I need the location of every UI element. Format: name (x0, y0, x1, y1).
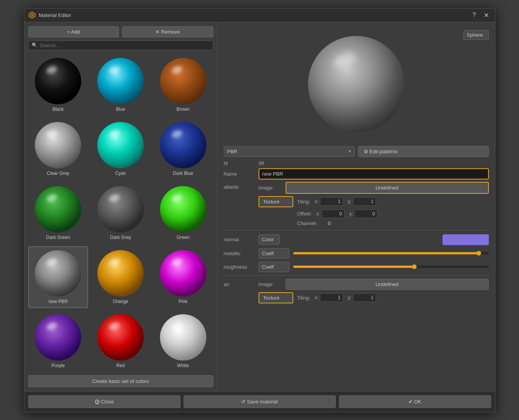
offset-x-input[interactable] (322, 210, 345, 218)
ao-texture-select[interactable]: Texture Color (259, 292, 293, 303)
main-content: + Add ✕ Remove 🔍 Black Blue Brown Clear … (24, 22, 495, 391)
ao-tiling-y-axis: y: (348, 295, 351, 300)
offset-x-axis: x: (317, 211, 320, 217)
tiling-y-input[interactable] (353, 197, 376, 206)
close-button[interactable]: ⏻ Close (28, 395, 180, 408)
material-label-cyan: Cyan (115, 171, 126, 176)
metallic-slider[interactable] (293, 250, 489, 256)
ao-tiling-y-pair: y: (348, 293, 376, 302)
material-item-darkgrey[interactable]: Dark Grey (90, 182, 151, 244)
material-label-black: Black (53, 107, 64, 112)
sphere-blue (97, 58, 144, 104)
material-label-darkgrey: Dark Grey (110, 235, 131, 240)
edit-patterns-button[interactable]: ⚙ Edit patterns (358, 146, 489, 157)
material-label-newpbr: new PBR (48, 299, 68, 304)
material-item-blue[interactable]: Blue (90, 54, 151, 116)
help-button[interactable]: ? (470, 11, 478, 20)
metallic-coeff-select[interactable]: Coeff Image (259, 248, 289, 259)
tiling-x-input[interactable] (320, 197, 343, 206)
left-panel: + Add ✕ Remove 🔍 Black Blue Brown Clear … (24, 22, 218, 391)
albedo-texture-select[interactable]: Texture Color None (259, 196, 293, 207)
material-item-red[interactable]: Red (90, 310, 151, 372)
toolbar: + Add ✕ Remove (28, 26, 213, 37)
name-input[interactable] (259, 168, 489, 180)
sphere-darkgrey (97, 186, 144, 232)
material-label-darkgreen: Dark Green (46, 235, 70, 240)
tiling-y-pair: y: (348, 197, 376, 206)
shape-selector[interactable]: Sphere Cube Cylinder (463, 30, 489, 40)
search-icon: 🔍 (32, 42, 37, 48)
search-input[interactable] (40, 42, 210, 48)
close-window-button[interactable]: ✕ (482, 11, 491, 20)
roughness-coeff-select[interactable]: Coeff Image (259, 262, 289, 272)
material-item-brown[interactable]: Brown (153, 54, 213, 116)
albedo-image-button[interactable]: Undefined (286, 182, 489, 194)
material-item-cleargrey[interactable]: Clear Grey (28, 118, 88, 180)
material-item-cyan[interactable]: Cyan (90, 118, 151, 180)
channel-label: Channel: (297, 220, 324, 226)
roughness-row: roughness Coeff Image (224, 262, 489, 272)
albedo-section: albedo Image: Undefined (224, 182, 489, 230)
material-item-darkblue[interactable]: Dark Blue (153, 118, 213, 180)
sphere-brown (160, 58, 206, 104)
material-label-white: White (177, 363, 189, 368)
ao-tiling-label: Tiling: (297, 295, 310, 301)
type-select-wrap: PBR Standard Unlit (224, 146, 355, 157)
ok-button[interactable]: ✔ OK (339, 395, 491, 408)
tiling-y-axis: y: (348, 199, 351, 204)
material-item-pink[interactable]: Pink (153, 246, 213, 308)
material-type-select[interactable]: PBR Standard Unlit (224, 146, 355, 157)
metallic-row: metallic Coeff Image (224, 248, 489, 259)
material-item-purple[interactable]: Purple (28, 310, 88, 372)
ao-image-button[interactable]: Undefined (286, 279, 489, 290)
id-row: Id 34 (224, 160, 489, 166)
material-editor-window: Material Editor ? ✕ + Add ✕ Remove 🔍 Bla… (24, 8, 495, 412)
preview-sphere (308, 36, 405, 132)
title-bar: Material Editor ? ✕ (24, 8, 495, 22)
metallic-label: metallic (224, 251, 255, 256)
material-item-newpbr[interactable]: new PBR (28, 246, 88, 308)
sphere-green (160, 186, 206, 232)
material-label-purple: Purple (51, 363, 65, 368)
albedo-tiling-section: Tiling: x: y: (297, 197, 376, 206)
ao-image-row: ao Image: Undefined (224, 279, 489, 290)
material-item-black[interactable]: Black (28, 54, 88, 116)
material-item-green[interactable]: Green (153, 182, 213, 244)
sphere-purple (35, 314, 81, 361)
sphere-darkgreen (35, 186, 81, 232)
preview-area: Sphere Cube Cylinder (224, 26, 489, 142)
ao-tiling-x-axis: x: (315, 295, 318, 300)
create-basic-colors-button[interactable]: Create basic set of colors (28, 375, 213, 387)
sphere-darkblue (160, 122, 206, 168)
material-item-white[interactable]: White (153, 310, 213, 372)
ao-tiling-x-pair: x: (315, 293, 343, 302)
window-title: Material Editor (39, 12, 470, 18)
albedo-image-label: Image: (259, 185, 282, 191)
shape-selector-container: Sphere Cube Cylinder (463, 30, 489, 40)
material-label-orange: Orange (113, 299, 128, 304)
metallic-thumb[interactable] (476, 251, 481, 256)
material-item-darkgreen[interactable]: Dark Green (28, 182, 88, 244)
ao-tiling-section: Tiling: x: y: (297, 293, 376, 302)
normal-color-swatch[interactable] (442, 234, 489, 245)
offset-y-input[interactable] (354, 210, 378, 218)
normal-row: normal Color Image (224, 234, 489, 245)
albedo-texture-row: Texture Color None Tiling: x: (259, 196, 489, 207)
remove-button[interactable]: ✕ Remove (122, 26, 213, 37)
save-material-button[interactable]: ↺ Save material (184, 395, 336, 408)
right-panel: Sphere Cube Cylinder PBR Standard (218, 22, 495, 391)
sphere-white (160, 314, 206, 361)
normal-label: normal (224, 237, 255, 242)
ao-tiling-y-input[interactable] (353, 293, 376, 302)
add-button[interactable]: + Add (28, 26, 119, 37)
roughness-thumb[interactable] (412, 264, 417, 269)
ao-section: ao Image: Undefined Texture Color Tilin (224, 275, 489, 303)
normal-type-select[interactable]: Color Image (259, 234, 280, 245)
material-label-pink: Pink (179, 299, 187, 304)
material-item-orange[interactable]: Orange (90, 246, 151, 308)
sphere-cleargrey (35, 122, 81, 168)
albedo-channel-row: Channel: 0 (259, 220, 489, 226)
material-label-blue: Blue (116, 107, 125, 112)
ao-tiling-x-input[interactable] (320, 293, 343, 302)
roughness-slider[interactable] (293, 264, 489, 270)
